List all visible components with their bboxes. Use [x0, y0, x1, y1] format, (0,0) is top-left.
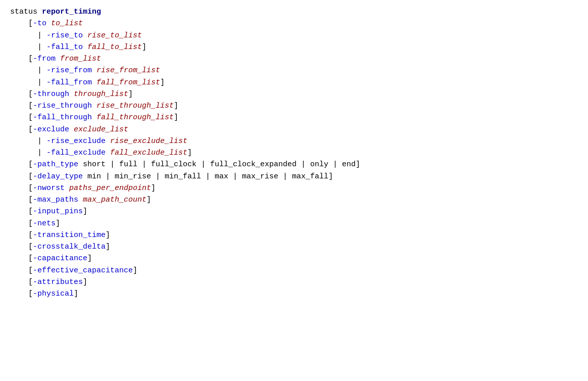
code-token-param: from_list	[60, 55, 101, 63]
code-token-punctuation: ]	[174, 102, 178, 110]
code-token-option: -from	[33, 55, 56, 63]
code-token-punctuation: ]	[133, 266, 137, 275]
code-token-option: -through	[33, 90, 69, 99]
code-token-option: -rise_from	[46, 66, 92, 75]
code-token-param: max_path_count	[83, 196, 146, 204]
code-token-param: exclude_list	[74, 125, 128, 134]
code-token-param: paths_per_endpoint	[69, 184, 151, 193]
code-token-param: through_list	[74, 90, 128, 99]
code-token-punctuation: ]	[74, 290, 78, 298]
code-token-keyword	[69, 125, 74, 134]
code-token-punctuation: ]	[187, 149, 192, 157]
code-line: [-max_paths max_path_count]	[10, 194, 578, 206]
code-token-keyword	[92, 102, 96, 110]
code-token-option: -input_pins	[33, 207, 83, 216]
code-token-option: -rise_exclude	[46, 137, 106, 146]
code-token-option: -crosstalk_delta	[33, 243, 106, 251]
code-token-option: -nets	[33, 219, 56, 228]
code-token-punctuation: [	[10, 254, 33, 263]
code-token-option: -capacitance	[33, 254, 87, 263]
code-line: [-input_pins]	[10, 206, 578, 217]
code-token-option: -nworst	[33, 184, 65, 193]
code-line: [-nworst paths_per_endpoint]	[10, 182, 578, 194]
code-line: [-effective_capacitance]	[10, 265, 578, 276]
code-token-keyword	[78, 196, 83, 204]
code-token-punctuation: ]	[146, 196, 151, 204]
code-token-pipe: |	[10, 137, 46, 146]
code-token-punctuation: ]	[174, 113, 178, 122]
code-line: [-transition_time]	[10, 229, 578, 241]
code-line: [-path_type short | full | full_clock | …	[10, 159, 578, 170]
code-token-punctuation: [	[10, 125, 33, 134]
code-line: | -fall_exclude fall_exclude_list]	[10, 147, 578, 159]
code-token-punctuation: [	[10, 184, 33, 193]
code-token-value-keyword: min | min_rise | min_fall | max | max_ri…	[83, 172, 333, 181]
code-token-option: -attributes	[33, 278, 83, 287]
code-token-param: rise_from_list	[96, 66, 160, 75]
code-token-keyword	[69, 90, 74, 99]
code-token-punctuation: ]	[106, 243, 110, 251]
code-token-keyword	[56, 55, 60, 63]
code-token-param: to_list	[51, 19, 83, 28]
code-line: | -fall_from fall_from_list]	[10, 77, 578, 88]
code-token-punctuation: ]	[142, 43, 146, 52]
code-token-param: fall_exclude_list	[110, 149, 187, 157]
code-token-option: -rise_to	[46, 31, 83, 40]
code-token-option: -physical	[33, 290, 74, 298]
code-token-param: rise_to_list	[87, 31, 142, 40]
code-token-value-keyword: short | full | full_clock | full_clock_e…	[78, 160, 360, 169]
code-token-keyword	[92, 113, 96, 122]
code-line: [-crosstalk_delta]	[10, 241, 578, 253]
code-token-punctuation: [	[10, 243, 33, 251]
code-token-punctuation: [	[10, 219, 33, 228]
code-token-option: -fall_from	[46, 78, 92, 87]
code-block: status report_timing [-to to_list | -ris…	[10, 6, 578, 300]
code-token-punctuation: ]	[83, 207, 87, 216]
code-line: | -rise_exclude rise_exclude_list	[10, 135, 578, 147]
code-line: | -fall_to fall_to_list]	[10, 41, 578, 53]
code-token-keyword	[83, 43, 87, 52]
code-token-keyword	[106, 137, 110, 146]
code-token-punctuation: [	[10, 160, 33, 169]
code-token-option: -fall_to	[46, 43, 83, 52]
code-token-option: -to	[33, 19, 46, 28]
code-token-punctuation: ]	[128, 90, 133, 99]
code-token-option: -max_paths	[33, 196, 78, 204]
code-token-punctuation: [	[10, 19, 33, 28]
code-token-keyword	[46, 19, 51, 28]
code-token-punctuation: ]	[56, 219, 60, 228]
code-token-keyword	[92, 78, 96, 87]
code-token-param: fall_through_list	[96, 113, 174, 122]
code-token-punctuation: [	[10, 207, 33, 216]
code-token-command: report_timing	[42, 8, 101, 16]
code-token-punctuation: [	[10, 278, 33, 287]
code-token-punctuation: [	[10, 231, 33, 240]
code-line: [-through through_list]	[10, 88, 578, 100]
code-token-param: fall_from_list	[96, 78, 160, 87]
code-token-option: -fall_through	[33, 113, 92, 122]
code-token-keyword	[83, 31, 87, 40]
code-token-punctuation: ]	[151, 184, 156, 193]
code-token-pipe: |	[10, 149, 46, 157]
code-line: [-from from_list	[10, 53, 578, 65]
code-token-option: -effective_capacitance	[33, 266, 133, 275]
code-token-punctuation: ]	[106, 231, 110, 240]
code-token-param: fall_to_list	[87, 43, 142, 52]
code-token-punctuation: [	[10, 113, 33, 122]
code-token-punctuation: [	[10, 196, 33, 204]
code-line: [-fall_through fall_through_list]	[10, 112, 578, 123]
code-token-punctuation: [	[10, 290, 33, 298]
code-token-punctuation: [	[10, 172, 33, 181]
code-token-keyword	[65, 184, 69, 193]
code-line: | -rise_from rise_from_list	[10, 65, 578, 76]
code-token-option: -rise_through	[33, 102, 92, 110]
code-token-punctuation: ]	[83, 278, 87, 287]
code-token-option: -fall_exclude	[46, 149, 106, 157]
code-token-keyword: status	[10, 8, 42, 16]
code-token-keyword	[92, 66, 96, 75]
code-token-pipe: |	[10, 78, 46, 87]
code-line: [-physical]	[10, 288, 578, 300]
code-line: [-attributes]	[10, 276, 578, 288]
code-token-punctuation: ]	[87, 254, 92, 263]
code-token-option: -transition_time	[33, 231, 106, 240]
